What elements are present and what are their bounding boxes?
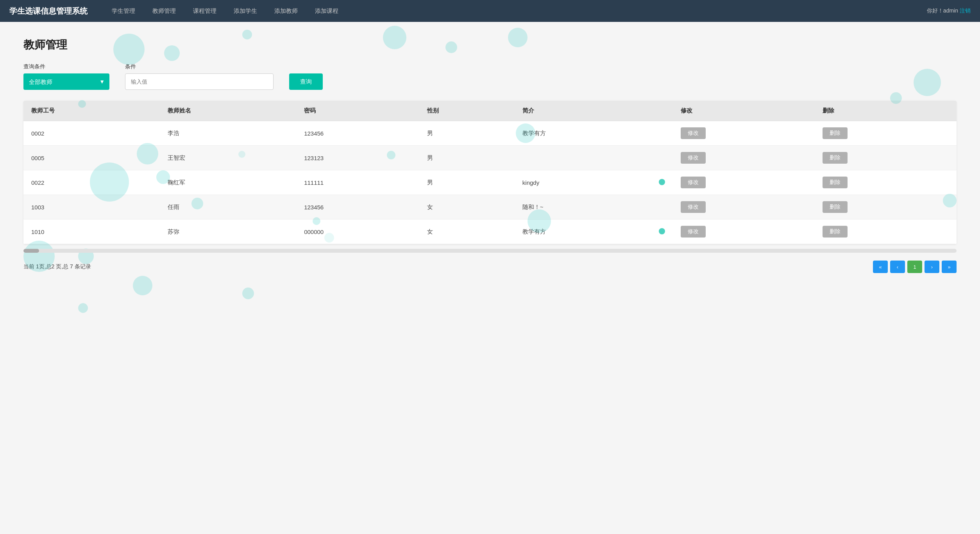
cell-gender: 女: [419, 195, 515, 220]
col-delete: 删除: [815, 101, 957, 121]
main-content: 教师管理 查询条件 全部教师按工号按姓名按性别 ▼ 条件 查询 教师工号 教师姓…: [0, 22, 980, 534]
nav-item-add-teacher[interactable]: 添加教师: [266, 0, 306, 22]
table-header-row: 教师工号 教师姓名 密码 性别 简介 修改 删除: [23, 101, 957, 121]
cell-delete: 删除: [815, 170, 957, 195]
cell-gender: 男: [419, 170, 515, 195]
value-label: 条件: [125, 63, 274, 70]
cell-gender: 男: [419, 146, 515, 170]
col-password: 密码: [296, 101, 419, 121]
edit-button[interactable]: 修改: [681, 201, 706, 213]
cell-id: 1010: [23, 220, 160, 244]
table-row: 0005 王智宏 123123 男 修改 删除: [23, 146, 957, 170]
page-first-btn[interactable]: «: [873, 261, 888, 273]
logout-btn[interactable]: 注销: [960, 7, 971, 14]
cell-bio: [515, 146, 651, 170]
cell-edit: 修改: [673, 121, 815, 146]
value-group: 条件: [125, 63, 274, 90]
edit-button[interactable]: 修改: [681, 177, 706, 188]
teacher-table: 教师工号 教师姓名 密码 性别 简介 修改 删除 0002 李浩 123456 …: [23, 101, 957, 244]
cell-name: 李浩: [160, 121, 296, 146]
nav-item-student-mgmt[interactable]: 学生管理: [103, 0, 144, 22]
cell-id: 0002: [23, 121, 160, 146]
pagination-info: 当前 1页,总2 页,总 7 条记录: [23, 263, 91, 270]
col-id: 教师工号: [23, 101, 160, 121]
table-row: 0022 鞠红军 111111 男 kingdy 修改 删除: [23, 170, 957, 195]
cell-bio: kingdy: [515, 170, 651, 195]
col-edit: 修改: [673, 101, 815, 121]
col-name: 教师姓名: [160, 101, 296, 121]
cell-edit: 修改: [673, 220, 815, 244]
cell-delete: 删除: [815, 220, 957, 244]
navbar: 学生选课信息管理系统 学生管理 教师管理 课程管理 添加学生 添加教师 添加课程…: [0, 0, 980, 22]
scrollbar-thumb[interactable]: [23, 249, 39, 253]
cell-name: 苏弥: [160, 220, 296, 244]
table-row: 0002 李浩 123456 男 教学有方 修改 删除: [23, 121, 957, 146]
cell-password: 123456: [296, 121, 419, 146]
delete-button[interactable]: 删除: [823, 152, 848, 164]
page-num-btn[interactable]: 1: [907, 261, 922, 273]
cell-bio: 随和！~: [515, 195, 651, 220]
delete-button[interactable]: 删除: [823, 226, 848, 238]
nav-item-course-mgmt[interactable]: 课程管理: [184, 0, 225, 22]
cell-edit: 修改: [673, 195, 815, 220]
condition-label: 查询条件: [23, 63, 109, 70]
edit-button[interactable]: 修改: [681, 226, 706, 238]
cell-edit: 修改: [673, 170, 815, 195]
nav-item-add-course[interactable]: 添加课程: [306, 0, 347, 22]
delete-button[interactable]: 删除: [823, 177, 848, 188]
cell-id: 0005: [23, 146, 160, 170]
filter-section: 查询条件 全部教师按工号按姓名按性别 ▼ 条件 查询: [23, 63, 957, 90]
table-row: 1003 任雨 123456 女 随和！~ 修改 删除: [23, 195, 957, 220]
col-bio: 简介: [515, 101, 651, 121]
delete-button[interactable]: 删除: [823, 201, 848, 213]
cell-delete: 删除: [815, 121, 957, 146]
page-last-btn[interactable]: »: [942, 261, 957, 273]
navbar-menu: 学生管理 教师管理 课程管理 添加学生 添加教师 添加课程: [103, 0, 927, 22]
page-title: 教师管理: [23, 38, 957, 52]
table-row: 1010 苏弥 000000 女 教学有方 修改 删除: [23, 220, 957, 244]
condition-select[interactable]: 全部教师按工号按姓名按性别: [23, 73, 109, 90]
cell-gender: 女: [419, 220, 515, 244]
page-prev-btn[interactable]: ‹: [890, 261, 905, 273]
cell-bio: 教学有方: [515, 121, 651, 146]
cell-name: 任雨: [160, 195, 296, 220]
cell-dot: [651, 220, 673, 244]
condition-group: 查询条件 全部教师按工号按姓名按性别 ▼: [23, 63, 109, 90]
cell-edit: 修改: [673, 146, 815, 170]
cell-dot: [651, 121, 673, 146]
cell-dot: [651, 195, 673, 220]
edit-button[interactable]: 修改: [681, 152, 706, 164]
cell-id: 0022: [23, 170, 160, 195]
edit-button[interactable]: 修改: [681, 127, 706, 139]
page-next-btn[interactable]: ›: [925, 261, 939, 273]
cell-password: 111111: [296, 170, 419, 195]
cell-dot: [651, 146, 673, 170]
cell-name: 王智宏: [160, 146, 296, 170]
delete-button[interactable]: 删除: [823, 127, 848, 139]
cell-password: 000000: [296, 220, 419, 244]
cell-password: 123123: [296, 146, 419, 170]
nav-item-teacher-mgmt[interactable]: 教师管理: [144, 0, 184, 22]
cell-bio: 教学有方: [515, 220, 651, 244]
cell-password: 123456: [296, 195, 419, 220]
cell-id: 1003: [23, 195, 160, 220]
cell-delete: 删除: [815, 146, 957, 170]
cell-delete: 删除: [815, 195, 957, 220]
query-button[interactable]: 查询: [289, 73, 323, 90]
pagination-buttons: « ‹ 1 › »: [873, 261, 957, 273]
cell-dot: [651, 170, 673, 195]
user-greeting: 你好！admin: [927, 7, 958, 14]
search-input[interactable]: [125, 73, 274, 90]
cell-gender: 男: [419, 121, 515, 146]
col-gender: 性别: [419, 101, 515, 121]
horizontal-scrollbar[interactable]: [23, 249, 957, 253]
cell-name: 鞠红军: [160, 170, 296, 195]
navbar-right: 你好！admin 注销: [927, 7, 971, 14]
brand: 学生选课信息管理系统: [9, 6, 88, 16]
col-dot: [651, 101, 673, 121]
nav-item-add-student[interactable]: 添加学生: [225, 0, 266, 22]
select-wrapper: 全部教师按工号按姓名按性别 ▼: [23, 73, 109, 90]
pagination-area: 当前 1页,总2 页,总 7 条记录 « ‹ 1 › »: [23, 257, 957, 281]
